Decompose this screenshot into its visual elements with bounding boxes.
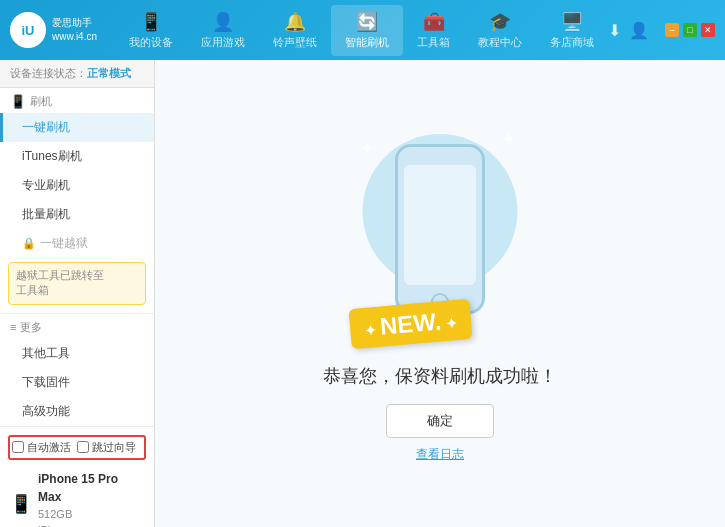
logo-area: iU 爱思助手 www.i4.cn [10,12,115,48]
nav-bar: 📱 我的设备 👤 应用游戏 🔔 铃声壁纸 🔄 智能刷机 🧰 工具箱 🎓 教程中心… [115,5,608,56]
device-info: iPhone 15 Pro Max 512GB iPhone [38,470,144,527]
service-nav-icon: 🖥️ [561,11,583,33]
sidebar-item-pro-flash[interactable]: 专业刷机 [0,171,154,200]
skip-guide-checkbox[interactable]: 跳过向导 [77,440,136,455]
nav-service[interactable]: 🖥️ 务店商域 [536,5,608,56]
log-link[interactable]: 查看日志 [416,446,464,463]
flash-group-header: 📱 刷机 [0,88,154,113]
auto-activate-checkbox[interactable]: 自动激活 [12,440,71,455]
phone-screen [404,165,476,285]
sidebar-item-itunes-flash[interactable]: iTunes刷机 [0,142,154,171]
minimize-button[interactable]: – [665,23,679,37]
apps-nav-icon: 👤 [212,11,234,33]
header-right: ⬇ 👤 – □ ✕ [608,21,715,40]
close-button[interactable]: ✕ [701,23,715,37]
sparkle-icon-tl: ✦ [360,139,373,158]
sidebar-item-jailbreak: 🔒 一键越狱 [0,229,154,258]
logo-text: 爱思助手 www.i4.cn [52,16,97,44]
ringtones-nav-icon: 🔔 [284,11,306,33]
lock-icon: 🔒 [22,237,36,250]
device-phone-icon: 📱 [10,493,32,515]
nav-smart-flash[interactable]: 🔄 智能刷机 [331,5,403,56]
header: iU 爱思助手 www.i4.cn 📱 我的设备 👤 应用游戏 🔔 铃声壁纸 🔄… [0,0,725,60]
sidebar-bottom: 自动激活 跳过向导 📱 iPhone 15 Pro Max 512GB iPho… [0,426,154,527]
maximize-button[interactable]: □ [683,23,697,37]
more-group-header: ≡ 更多 [0,313,154,339]
logo-icon: iU [10,12,46,48]
checkbox-row: 自动激活 跳过向导 [8,435,146,460]
new-badge: NEW. [348,299,472,349]
phone-body [395,144,485,314]
phone-illustration: ✦ ✦ NEW. [340,124,540,344]
sidebar-item-other-tools[interactable]: 其他工具 [0,339,154,368]
device-item: 📱 iPhone 15 Pro Max 512GB iPhone [8,466,146,527]
success-text: 恭喜您，保资料刷机成功啦！ [323,364,557,388]
confirm-button[interactable]: 确定 [386,404,494,438]
user-icon[interactable]: 👤 [629,21,649,40]
flash-nav-icon: 🔄 [356,11,378,33]
more-group-icon: ≡ [10,321,16,333]
download-icon[interactable]: ⬇ [608,21,621,40]
content-area: ✦ ✦ NEW. 恭喜您，保资料刷机成功啦！ 确定 查看日志 [155,60,725,527]
sparkle-icon-tr: ✦ [502,129,515,148]
skip-guide-input[interactable] [77,441,89,453]
auto-activate-input[interactable] [12,441,24,453]
flash-section: 📱 刷机 一键刷机 iTunes刷机 专业刷机 批量刷机 🔒 一键越狱 越狱工具… [0,88,154,309]
toolbox-nav-icon: 🧰 [423,11,445,33]
sidebar-item-batch-flash[interactable]: 批量刷机 [0,200,154,229]
window-controls: – □ ✕ [665,23,715,37]
sidebar-item-advanced[interactable]: 高级功能 [0,397,154,426]
nav-toolbox[interactable]: 🧰 工具箱 [403,5,464,56]
nav-my-device[interactable]: 📱 我的设备 [115,5,187,56]
sidebar-item-one-click-flash[interactable]: 一键刷机 [0,113,154,142]
nav-ringtones[interactable]: 🔔 铃声壁纸 [259,5,331,56]
nav-tutorial[interactable]: 🎓 教程中心 [464,5,536,56]
nav-apps-games[interactable]: 👤 应用游戏 [187,5,259,56]
device-nav-icon: 📱 [140,11,162,33]
sidebar-notice: 越狱工具已跳转至工具箱 [8,262,146,305]
tutorial-nav-icon: 🎓 [489,11,511,33]
main-layout: 设备连接状态：正常模式 📱 刷机 一键刷机 iTunes刷机 专业刷机 批量刷机… [0,60,725,527]
sidebar: 设备连接状态：正常模式 📱 刷机 一键刷机 iTunes刷机 专业刷机 批量刷机… [0,60,155,527]
flash-group-icon: 📱 [10,94,26,109]
sidebar-item-download-fw[interactable]: 下载固件 [0,368,154,397]
more-section: ≡ 更多 其他工具 下载固件 高级功能 [0,309,154,426]
status-bar: 设备连接状态：正常模式 [0,60,154,88]
